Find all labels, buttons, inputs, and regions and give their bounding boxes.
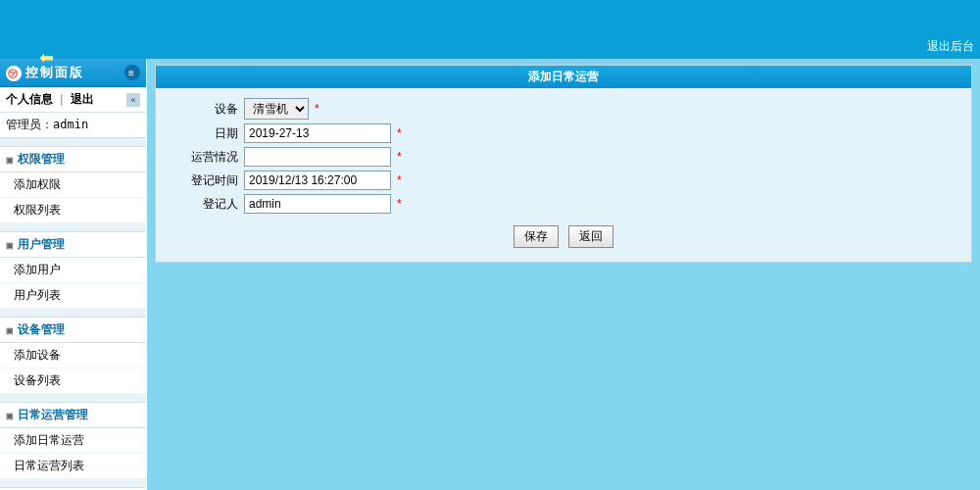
nav-item[interactable]: 添加权限 [0, 172, 146, 198]
row-device: 设备 清雪机 * [156, 98, 971, 120]
required-mark: * [315, 102, 319, 116]
nav-item[interactable]: 添加日常运营 [0, 428, 146, 454]
row-date: 日期 * [156, 123, 971, 143]
input-regtime[interactable] [244, 171, 391, 190]
user-row: 个人信息 | 退出 « [0, 87, 146, 113]
label-regby: 登记人 [156, 196, 244, 213]
form-body: 设备 清雪机 * 日期 * 运营情况 * 登记时间 * [156, 88, 971, 262]
label-status: 运营情况 [156, 149, 244, 166]
nav-item[interactable]: 设备列表 [0, 368, 146, 394]
logout-link[interactable]: 退出后台 [927, 38, 974, 55]
nav-title[interactable]: 权限管理 [0, 146, 146, 172]
input-status[interactable] [244, 147, 391, 167]
nav-title[interactable]: 设备管理 [0, 317, 146, 343]
nav-title[interactable]: 用户管理 [0, 231, 146, 258]
form-container: 添加日常运营 设备 清雪机 * 日期 * 运营情况 * [155, 65, 972, 263]
required-mark: * [397, 126, 402, 140]
nav-item[interactable]: 用户列表 [0, 283, 146, 309]
row-regtime: 登记时间 * [156, 171, 971, 190]
nav-item[interactable]: 添加设备 [0, 343, 146, 368]
main-layout: ㋡控制面版 ≡ 个人信息 | 退出 « 管理员：admin 权限管理添加权限权限… [0, 59, 980, 490]
button-row: 保存 返回 [156, 218, 971, 252]
sidebar: ㋡控制面版 ≡ 个人信息 | 退出 « 管理员：admin 权限管理添加权限权限… [0, 59, 147, 490]
nav-group: 日常运营管理添加日常运营日常运营列表 [0, 402, 146, 479]
label-device: 设备 [156, 101, 244, 118]
nav-group: 设备管理添加设备设备列表 [0, 317, 146, 394]
nav-item[interactable]: 添加用户 [0, 258, 146, 283]
nav-item[interactable]: 日常运营列表 [0, 454, 146, 479]
row-regby: 登记人 * [156, 194, 971, 214]
divider: | [60, 92, 63, 106]
nav-group: 用户管理添加用户用户列表 [0, 231, 146, 309]
topbar: ⬅ 退出后台 [0, 0, 980, 59]
save-button[interactable]: 保存 [514, 225, 559, 248]
label-regtime: 登记时间 [156, 172, 244, 189]
back-arrow-icon[interactable]: ⬅ [39, 47, 54, 69]
form-title: 添加日常运营 [156, 66, 971, 88]
panel-header: ㋡控制面版 ≡ [0, 59, 146, 87]
required-mark: * [397, 173, 402, 187]
nav-group: 权限管理添加权限权限列表 [0, 146, 146, 223]
nav-title[interactable]: 日常运营管理 [0, 402, 146, 428]
admin-name: admin [53, 118, 88, 131]
label-date: 日期 [156, 125, 244, 142]
collapse-icon[interactable]: ≡ [124, 65, 140, 80]
exit-link[interactable]: 退出 [71, 92, 94, 106]
row-status: 运营情况 * [156, 147, 971, 167]
nav-item[interactable]: 权限列表 [0, 198, 146, 223]
input-regby[interactable] [244, 194, 391, 214]
profile-link[interactable]: 个人信息 [6, 92, 53, 106]
required-mark: * [397, 150, 402, 164]
panel-title: 控制面版 [25, 65, 84, 79]
select-device[interactable]: 清雪机 [244, 98, 309, 120]
logo-icon: ㋡ [6, 66, 22, 81]
admin-label: 管理员： [6, 118, 53, 131]
content-area: 添加日常运营 设备 清雪机 * 日期 * 运营情况 * [147, 59, 980, 490]
back-button[interactable]: 返回 [568, 225, 613, 248]
admin-row: 管理员：admin [0, 113, 146, 138]
input-date[interactable] [244, 123, 391, 143]
required-mark: * [397, 197, 402, 211]
collapse-left-icon[interactable]: « [126, 93, 140, 107]
